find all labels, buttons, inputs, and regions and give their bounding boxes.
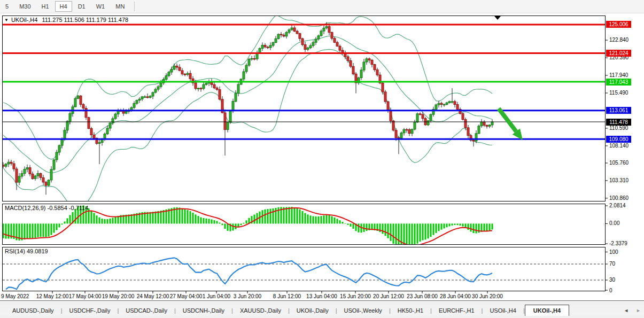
timeframe-button-w1[interactable]: W1	[91, 1, 110, 12]
toolbar-separator	[134, 2, 135, 11]
timeframe-toolbar: 5M30H1H4D1W1MN	[0, 0, 644, 13]
status-strip	[0, 316, 644, 318]
tab-item-usdcad-daily[interactable]: USDCAD-,Daily	[119, 305, 174, 316]
tab-item-usdcnh-daily[interactable]: USDCNH-,Daily	[176, 305, 231, 316]
tab-bar: AUDUSD-,Daily|USDCHF-,Daily|USDCAD-,Dail…	[0, 305, 644, 316]
tab-item-usoil-weekly[interactable]: USOil-,Weekly	[337, 305, 389, 316]
mt4-window: ▼UKOil-,H4111.275 111.506 111.179 111.47…	[0, 0, 644, 318]
symbol-name: UKOil-,H4	[11, 17, 38, 23]
tab-item-eurchf-h1[interactable]: EURCHF-,H1	[432, 305, 482, 316]
timeframe-button-5[interactable]: 5	[1, 1, 13, 12]
chart-region[interactable]: ▼UKOil-,H4111.275 111.506 111.179 111.47…	[0, 0, 644, 301]
time-axis[interactable]	[2, 292, 606, 300]
ohlc-values: 111.275 111.506 111.179 111.478	[42, 17, 128, 23]
timeframe-button-h4[interactable]: H4	[55, 1, 72, 12]
tab-scroll-right-icon[interactable]: ►	[636, 308, 641, 313]
symbol-dropdown-icon[interactable]: ▼	[4, 18, 9, 22]
tab-scroll-left-icon[interactable]: ◄	[624, 308, 629, 313]
tab-item-hk50-h1[interactable]: HK50-,H1	[391, 305, 430, 316]
tab-nav: ◄ ►	[624, 305, 641, 316]
tab-item-audusd-daily[interactable]: AUDUSD-,Daily	[5, 305, 61, 316]
price-axis[interactable]	[606, 15, 644, 292]
tab-item-ukoil-h4[interactable]: UKOil-,H4	[525, 305, 569, 316]
tab-item-ukoil-daily[interactable]: UKOil-,Daily	[290, 305, 336, 316]
timeframe-button-m30[interactable]: M30	[14, 1, 35, 12]
rsi-panel-border	[3, 247, 606, 291]
tab-item-usdchf-daily[interactable]: USDCHF-,Daily	[62, 305, 117, 316]
rsi-indicator-label: RSI(14) 49.0819	[5, 248, 48, 254]
timeframe-button-h1[interactable]: H1	[37, 1, 54, 12]
chart-canvas[interactable]	[0, 0, 644, 301]
timeframe-button-mn[interactable]: MN	[111, 1, 129, 12]
tab-item-usoil-h4[interactable]: USOil-,H4	[483, 305, 523, 316]
symbol-ohlc-line: ▼UKOil-,H4111.275 111.506 111.179 111.47…	[4, 17, 128, 23]
tab-item-xauusd-daily[interactable]: XAUUSD-,Daily	[233, 305, 288, 316]
timeframe-button-d1[interactable]: D1	[73, 1, 90, 12]
macd-indicator-label: MACD(12,26,9) -0.5854 -0.7114	[5, 205, 88, 211]
macd-panel-border	[3, 204, 606, 245]
